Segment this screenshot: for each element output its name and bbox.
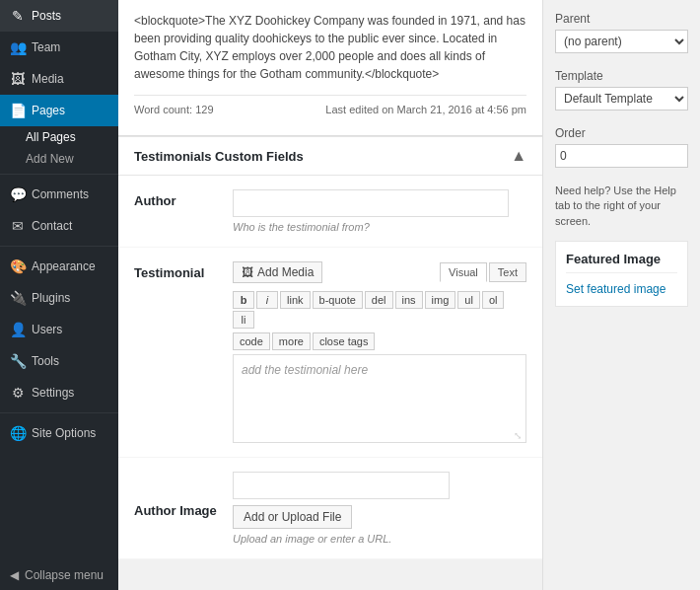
editor-toolbar: 🖼 Add Media Visual Text <box>233 261 526 283</box>
set-featured-image-link[interactable]: Set featured image <box>566 282 665 296</box>
comments-icon: 💬 <box>10 186 26 202</box>
center-panel: <blockquote>The XYZ Doohickey Company wa… <box>118 0 542 590</box>
template-select[interactable]: Default Template <box>555 87 688 111</box>
sidebar-item-appearance[interactable]: 🎨 Appearance <box>0 251 118 282</box>
section-title: Testimonials Custom Fields <box>134 149 304 164</box>
format-close-tags[interactable]: close tags <box>313 332 376 350</box>
format-ol[interactable]: ol <box>482 291 505 309</box>
sidebar-separator-3 <box>0 412 118 413</box>
format-code[interactable]: code <box>233 332 270 350</box>
upload-file-button[interactable]: Add or Upload File <box>233 505 352 529</box>
media-icon: 🖼 <box>10 71 26 87</box>
blockquote-text: <blockquote>The XYZ Doohickey Company wa… <box>134 12 526 83</box>
editor-body[interactable]: add the testimonial here ⤡ <box>233 354 526 443</box>
collapse-menu-button[interactable]: ◀ Collapse menu <box>0 560 118 590</box>
order-label: Order <box>555 126 688 140</box>
format-ul[interactable]: ul <box>457 291 480 309</box>
format-ins[interactable]: ins <box>395 291 423 309</box>
appearance-icon: 🎨 <box>10 258 26 274</box>
template-label: Template <box>555 69 688 83</box>
resize-handle[interactable]: ⤡ <box>514 430 524 440</box>
main-content: <blockquote>The XYZ Doohickey Company wa… <box>118 0 700 590</box>
testimonial-field-row: Testimonial 🖼 Add Media Visual Text <box>118 248 542 458</box>
sidebar-item-label: Pages <box>32 104 65 117</box>
testimonial-field: 🖼 Add Media Visual Text <box>233 261 526 443</box>
author-image-label: Author Image <box>134 499 233 518</box>
sidebar-item-label: Site Options <box>32 426 96 440</box>
author-image-field: Add or Upload File Upload an image or en… <box>233 472 526 545</box>
format-toolbar: b i link b-quote del ins img ul ol li <box>233 287 526 332</box>
format-li[interactable]: li <box>233 311 254 329</box>
order-input[interactable] <box>555 144 688 168</box>
section-header: Testimonials Custom Fields ▲ <box>118 137 542 176</box>
section-toggle[interactable]: ▲ <box>511 147 526 165</box>
sidebar-item-comments[interactable]: 💬 Comments <box>0 179 118 210</box>
sidebar-item-label: Users <box>32 323 62 336</box>
visual-tab[interactable]: Visual <box>440 262 487 282</box>
content-area: <blockquote>The XYZ Doohickey Company wa… <box>118 0 542 136</box>
featured-image-section: Featured Image Set featured image <box>555 241 688 307</box>
sidebar-item-posts[interactable]: ✎ Posts <box>0 0 118 32</box>
sidebar-item-media[interactable]: 🖼 Media <box>0 63 118 95</box>
sidebar-item-label: Settings <box>32 386 74 400</box>
format-more[interactable]: more <box>272 332 311 350</box>
sidebar-item-label: Appearance <box>32 259 96 273</box>
tools-icon: 🔧 <box>10 353 26 369</box>
sidebar-item-label: Comments <box>32 187 89 201</box>
users-icon: 👤 <box>10 322 26 337</box>
add-media-button[interactable]: 🖼 Add Media <box>233 261 322 283</box>
author-image-input[interactable] <box>233 472 450 499</box>
author-hint: Who is the testimonial from? <box>233 221 526 233</box>
format-italic[interactable]: i <box>256 291 278 309</box>
editor-content[interactable]: add the testimonial here <box>234 355 525 434</box>
word-count-bar: Word count: 129 Last edited on March 21,… <box>134 95 526 123</box>
author-input[interactable] <box>233 189 509 217</box>
sidebar-item-label: Contact <box>32 219 72 233</box>
sidebar-sub-all-pages[interactable]: All Pages <box>0 126 118 148</box>
author-field: Who is the testimonial from? <box>233 189 526 233</box>
sidebar: ✎ Posts 👥 Team 🖼 Media 📄 Pages All Pages… <box>0 0 118 590</box>
format-link[interactable]: link <box>280 291 311 309</box>
contact-icon: ✉ <box>10 218 26 234</box>
format-bold[interactable]: b <box>233 291 254 309</box>
sidebar-separator <box>0 174 118 175</box>
sidebar-item-label: Team <box>32 40 60 54</box>
settings-icon: ⚙ <box>10 385 26 401</box>
featured-image-title: Featured Image <box>566 252 677 273</box>
author-field-row: Author Who is the testimonial from? <box>118 176 542 248</box>
sidebar-item-plugins[interactable]: 🔌 Plugins <box>0 282 118 314</box>
plugins-icon: 🔌 <box>10 290 26 306</box>
text-tab[interactable]: Text <box>489 262 526 282</box>
custom-fields-section: Testimonials Custom Fields ▲ Author Who … <box>118 136 542 559</box>
posts-icon: ✎ <box>10 8 26 24</box>
parent-label: Parent <box>555 12 688 26</box>
sidebar-sub-add-new[interactable]: Add New <box>0 148 118 170</box>
template-section: Template Default Template <box>555 69 688 111</box>
sidebar-item-team[interactable]: 👥 Team <box>0 32 118 63</box>
author-label: Author <box>134 189 233 208</box>
format-del[interactable]: del <box>365 291 393 309</box>
format-img[interactable]: img <box>425 291 456 309</box>
site-options-icon: 🌐 <box>10 425 26 441</box>
help-text: Need help? Use the Help tab to the right… <box>555 184 688 229</box>
sidebar-item-site-options[interactable]: 🌐 Site Options <box>0 417 118 449</box>
pages-icon: 📄 <box>10 103 26 118</box>
sidebar-item-pages[interactable]: 📄 Pages <box>0 95 118 126</box>
editor-tabs: Visual Text <box>440 262 526 282</box>
sidebar-separator-2 <box>0 246 118 247</box>
author-image-row: Author Image Add or Upload File Upload a… <box>118 458 542 559</box>
sidebar-item-label: Posts <box>32 9 61 23</box>
sidebar-item-label: Tools <box>32 354 59 368</box>
sidebar-item-contact[interactable]: ✉ Contact <box>0 210 118 242</box>
sidebar-item-settings[interactable]: ⚙ Settings <box>0 377 118 408</box>
format-bquote[interactable]: b-quote <box>313 291 363 309</box>
sidebar-item-users[interactable]: 👤 Users <box>0 314 118 345</box>
collapse-icon: ◀ <box>10 568 19 582</box>
sidebar-item-label: Plugins <box>32 291 70 305</box>
format-toolbar-2: code more close tags <box>233 329 526 354</box>
upload-hint: Upload an image or enter a URL. <box>233 533 526 545</box>
parent-select[interactable]: (no parent) <box>555 30 688 53</box>
sidebar-item-label: Media <box>32 72 64 86</box>
sidebar-item-tools[interactable]: 🔧 Tools <box>0 345 118 377</box>
word-count: Word count: 129 <box>134 104 214 115</box>
